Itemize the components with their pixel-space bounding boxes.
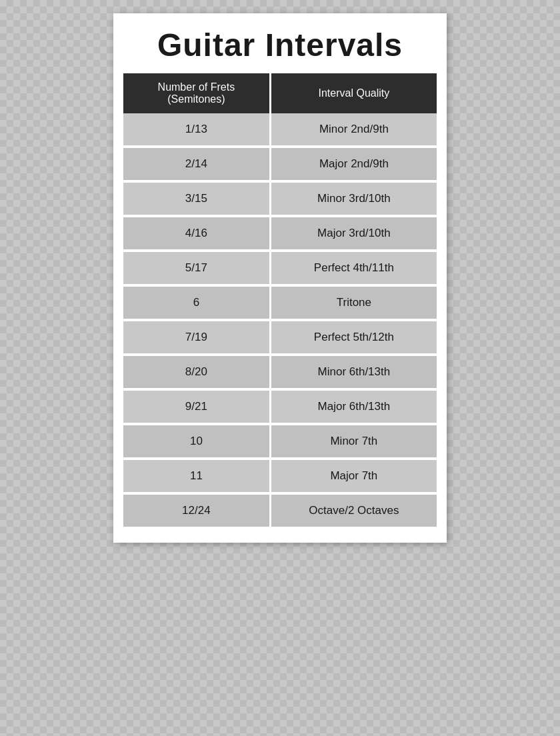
frets-cell: 11 — [123, 460, 271, 492]
quality-cell: Major 7th — [271, 460, 437, 492]
row-separator — [123, 527, 437, 529]
table-row: 12/24Octave/2 Octaves — [123, 495, 437, 527]
table-row: 6Tritone — [123, 287, 437, 319]
table-row: 7/19Perfect 5th/12th — [123, 321, 437, 353]
table-row: 2/14Major 2nd/9th — [123, 148, 437, 180]
intervals-table: Number of Frets(Semitones) Interval Qual… — [123, 73, 437, 529]
table-row: 1/13Minor 2nd/9th — [123, 113, 437, 145]
table-row: 10Minor 7th — [123, 425, 437, 457]
table-row: 4/16Major 3rd/10th — [123, 217, 437, 249]
quality-cell: Minor 6th/13th — [271, 356, 437, 388]
quality-cell: Minor 7th — [271, 425, 437, 457]
frets-cell: 12/24 — [123, 495, 271, 527]
table-row: 8/20Minor 6th/13th — [123, 356, 437, 388]
quality-cell: Minor 2nd/9th — [271, 113, 437, 145]
frets-cell: 7/19 — [123, 321, 271, 353]
quality-cell: Octave/2 Octaves — [271, 495, 437, 527]
quality-cell: Major 2nd/9th — [271, 148, 437, 180]
main-card: Guitar Intervals Number of Frets(Semiton… — [113, 13, 447, 543]
quality-cell: Perfect 5th/12th — [271, 321, 437, 353]
frets-cell: 1/13 — [123, 113, 271, 145]
quality-cell: Tritone — [271, 287, 437, 319]
frets-cell: 5/17 — [123, 252, 271, 284]
quality-cell: Major 3rd/10th — [271, 217, 437, 249]
table-row: 9/21Major 6th/13th — [123, 391, 437, 423]
frets-cell: 8/20 — [123, 356, 271, 388]
table-wrapper: Number of Frets(Semitones) Interval Qual… — [113, 73, 447, 529]
frets-cell: 6 — [123, 287, 271, 319]
header-frets: Number of Frets(Semitones) — [123, 73, 271, 113]
table-row: 5/17Perfect 4th/11th — [123, 252, 437, 284]
table-row: 3/15Minor 3rd/10th — [123, 183, 437, 215]
quality-cell: Major 6th/13th — [271, 391, 437, 423]
frets-cell: 3/15 — [123, 183, 271, 215]
quality-cell: Perfect 4th/11th — [271, 252, 437, 284]
frets-cell: 9/21 — [123, 391, 271, 423]
table-header-row: Number of Frets(Semitones) Interval Qual… — [123, 73, 437, 113]
table-row: 11Major 7th — [123, 460, 437, 492]
frets-cell: 4/16 — [123, 217, 271, 249]
frets-cell: 10 — [123, 425, 271, 457]
header-quality: Interval Quality — [271, 73, 437, 113]
frets-cell: 2/14 — [123, 148, 271, 180]
page-title: Guitar Intervals — [113, 13, 447, 73]
quality-cell: Minor 3rd/10th — [271, 183, 437, 215]
